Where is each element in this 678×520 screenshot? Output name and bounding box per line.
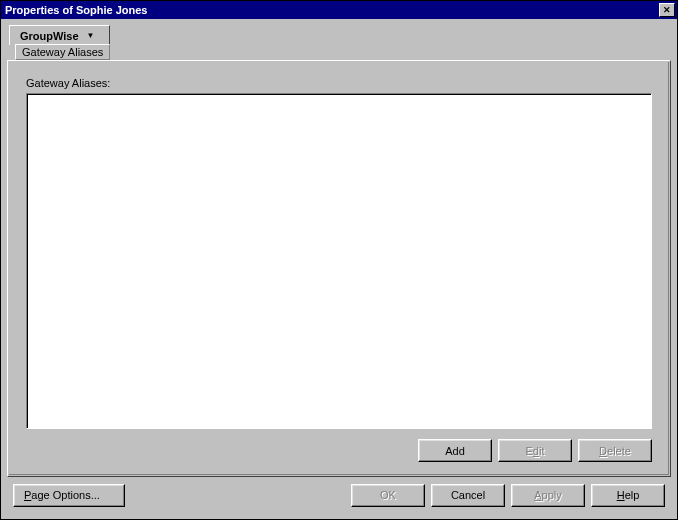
tab-gateway-aliases[interactable]: Gateway Aliases xyxy=(15,44,110,60)
chevron-down-icon: ▼ xyxy=(87,31,95,40)
panel: Gateway Aliases: Add Edit Delete xyxy=(7,60,671,477)
tab-groupwise-label: GroupWise xyxy=(20,30,79,42)
gateway-aliases-label: Gateway Aliases: xyxy=(26,77,652,89)
tab-area: GroupWise ▼ Gateway Aliases xyxy=(7,25,671,61)
page-options-button[interactable]: Page Options... xyxy=(13,484,125,507)
content-area: GroupWise ▼ Gateway Aliases Gateway Alia… xyxy=(1,19,677,519)
window-title: Properties of Sophie Jones xyxy=(5,4,147,16)
gateway-aliases-list[interactable] xyxy=(26,93,652,429)
tab-groupwise[interactable]: GroupWise ▼ xyxy=(9,25,110,45)
add-button[interactable]: Add xyxy=(418,439,492,462)
help-button[interactable]: Help xyxy=(591,484,665,507)
bottom-bar: Page Options... OK Cancel Apply Help xyxy=(7,477,671,513)
delete-button: Delete xyxy=(578,439,652,462)
tab-gateway-aliases-label: Gateway Aliases xyxy=(22,46,103,58)
edit-button: Edit xyxy=(498,439,572,462)
ok-button: OK xyxy=(351,484,425,507)
cancel-button[interactable]: Cancel xyxy=(431,484,505,507)
close-button[interactable]: ✕ xyxy=(659,3,675,17)
panel-buttons: Add Edit Delete xyxy=(26,439,652,462)
properties-window: Properties of Sophie Jones ✕ GroupWise ▼… xyxy=(0,0,678,520)
titlebar: Properties of Sophie Jones ✕ xyxy=(1,1,677,19)
tab-group: GroupWise ▼ Gateway Aliases xyxy=(9,25,110,60)
apply-button: Apply xyxy=(511,484,585,507)
